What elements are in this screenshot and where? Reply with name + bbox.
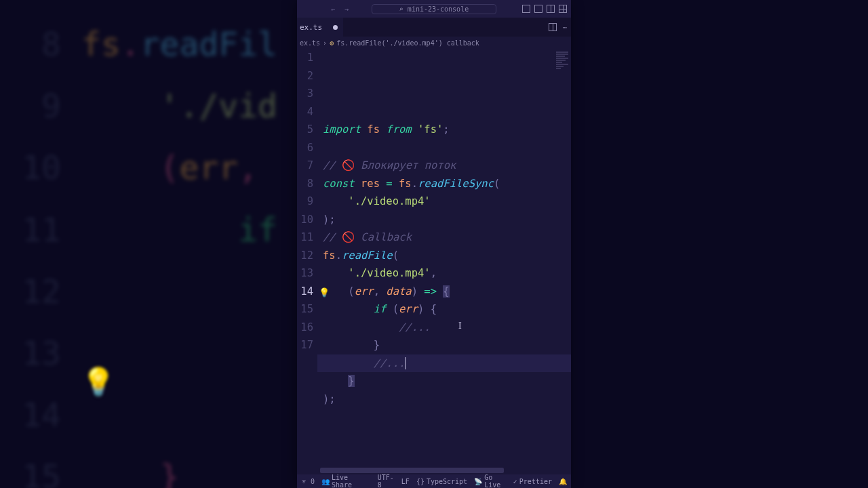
bell-icon: 🔔 — [559, 478, 567, 485]
status-golive[interactable]: 📡 Go Live — [474, 474, 507, 488]
check-icon: ✓ — [513, 478, 517, 485]
line-number-gutter: 1234567891011121314151617 — [297, 49, 317, 474]
project-name: mini-23-console — [408, 5, 469, 13]
tab-bar: ex.ts ⋯ — [297, 18, 571, 37]
remote-count: 0 — [311, 478, 315, 485]
broadcast-icon: 📡 — [474, 478, 482, 485]
chevron-right-icon: › — [323, 39, 327, 47]
split-editor-icon[interactable] — [549, 23, 557, 31]
code-line[interactable]: './video.mp4', — [317, 264, 571, 283]
golive-label: Go Live — [484, 474, 507, 488]
code-line[interactable]: //... — [317, 354, 571, 373]
code-line[interactable]: } — [317, 336, 571, 354]
code-content[interactable]: 💡 I import fs from 'fs';// 🚫 Блокирует п… — [317, 49, 571, 474]
status-remote[interactable]: ᯤ 0 — [301, 477, 315, 486]
code-editor[interactable]: 1234567891011121314151617 💡 I import fs … — [297, 49, 571, 474]
minimap[interactable] — [556, 52, 568, 72]
code-line[interactable]: //... — [317, 319, 571, 337]
code-line[interactable]: ); — [317, 390, 571, 409]
code-line[interactable] — [317, 408, 571, 426]
status-liveshare[interactable]: 👥 Live Share — [321, 474, 364, 488]
code-line[interactable]: import fs from 'fs'; — [317, 121, 571, 139]
liveshare-label: Live Share — [332, 474, 364, 488]
toggle-panel-icon[interactable] — [534, 5, 542, 13]
code-line[interactable]: if (err) { — [317, 300, 571, 319]
braces-icon: {} — [416, 478, 425, 485]
more-actions-icon[interactable]: ⋯ — [562, 23, 567, 32]
status-encoding[interactable]: UTF-8 — [378, 474, 395, 488]
status-bar: ᯤ 0 👥 Live Share UTF-8 LF {} TypeScript … — [297, 474, 571, 488]
bg-lightbulb-icon: 💡 — [81, 366, 115, 398]
command-center-search[interactable]: ⌕ mini-23-console — [372, 4, 496, 14]
code-line[interactable]: // 🚫 Callback — [317, 228, 571, 247]
breadcrumb-symbol: fs.readFile('./video.mp4') callback — [336, 39, 479, 47]
horizontal-scrollbar[interactable] — [320, 468, 568, 473]
liveshare-icon: 👥 — [321, 478, 330, 485]
prettier-label: Prettier — [519, 478, 552, 485]
code-line[interactable]: './video.mp4' — [317, 192, 571, 211]
title-bar: ← → ⌕ mini-23-console — [297, 0, 571, 18]
toggle-secondary-sidebar-icon[interactable] — [547, 5, 555, 13]
code-line[interactable]: const res = fs.readFileSync( — [317, 175, 571, 193]
code-line[interactable]: } — [317, 372, 571, 390]
code-line[interactable]: fs.readFile( — [317, 247, 571, 265]
code-line[interactable]: ); — [317, 211, 571, 229]
search-icon: ⌕ — [399, 5, 403, 13]
editor-window: ← → ⌕ mini-23-console ex.ts ⋯ ex.ts › ⊕ … — [297, 0, 571, 488]
text-caret — [405, 357, 406, 369]
breadcrumb[interactable]: ex.ts › ⊕ fs.readFile('./video.mp4') cal… — [297, 37, 571, 49]
tab-filename: ex.ts — [300, 23, 322, 32]
remote-icon: ᯤ — [301, 477, 309, 486]
language-label: TypeScript — [427, 478, 467, 485]
customize-layout-icon[interactable] — [559, 5, 567, 13]
tab-active[interactable]: ex.ts — [297, 18, 343, 37]
symbol-method-icon: ⊕ — [330, 39, 334, 47]
toggle-primary-sidebar-icon[interactable] — [522, 5, 530, 13]
status-prettier[interactable]: ✓ Prettier — [513, 478, 552, 485]
modified-dot-icon — [333, 25, 338, 30]
code-line[interactable] — [317, 139, 571, 157]
code-line[interactable]: // 🚫 Блокирует поток — [317, 157, 571, 175]
nav-forward-icon[interactable]: → — [344, 5, 349, 13]
status-notifications[interactable]: 🔔 — [559, 478, 567, 485]
code-line[interactable]: (err, data) => { — [317, 283, 571, 301]
status-language[interactable]: {} TypeScript — [416, 478, 467, 485]
nav-back-icon[interactable]: ← — [331, 5, 335, 13]
status-eol[interactable]: LF — [401, 478, 410, 485]
scrollbar-thumb[interactable] — [320, 468, 504, 473]
breadcrumb-file: ex.ts — [300, 39, 320, 47]
